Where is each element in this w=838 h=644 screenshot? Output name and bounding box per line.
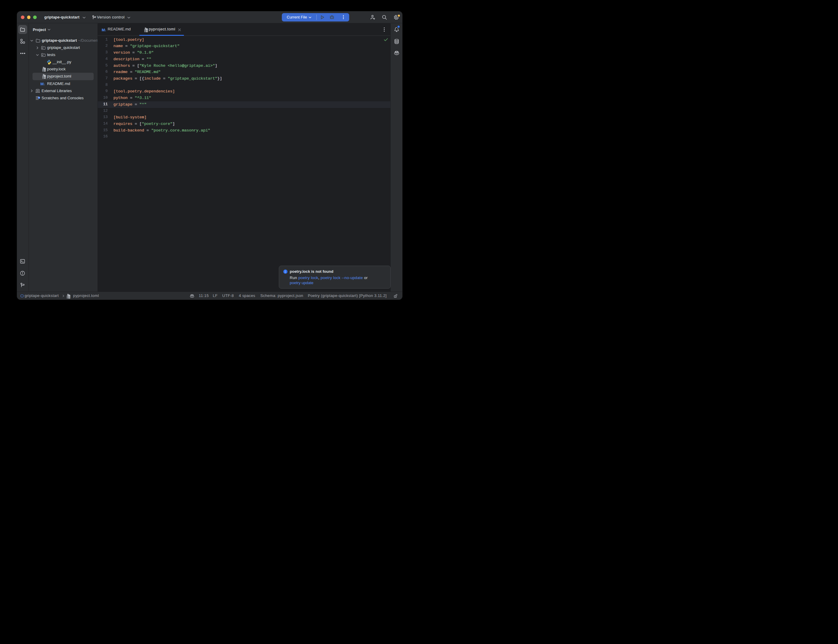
svg-text:[T]: [T] [67,296,71,299]
svg-text:[T]: [T] [43,69,46,72]
svg-text:[T]: [T] [145,30,148,32]
svg-text:[T]: [T] [43,77,46,79]
